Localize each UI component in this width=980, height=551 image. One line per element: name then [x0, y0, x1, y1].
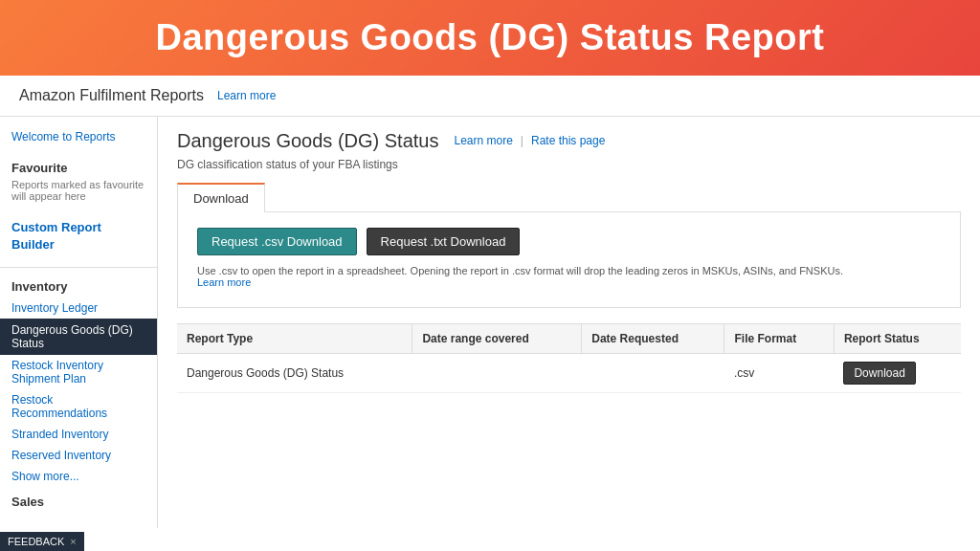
sidebar-inventory-label: Inventory	[0, 272, 157, 298]
header-banner: Dangerous Goods (DG) Status Report	[0, 0, 980, 76]
sidebar-divider	[0, 267, 157, 268]
download-note: Use .csv to open the report in a spreads…	[197, 265, 941, 288]
content-links: Learn more | Rate this page	[454, 130, 605, 147]
sidebar-item-dangerous-goods[interactable]: Dangerous Goods (DG) Status	[0, 319, 157, 355]
download-report-button[interactable]: Download	[843, 362, 915, 385]
content-rate-page-link[interactable]: Rate this page	[531, 134, 605, 147]
main-layout: Welcome to Reports Favourite Reports mar…	[0, 117, 980, 528]
cell-report-status: Download	[834, 354, 961, 393]
content-learn-more-link[interactable]: Learn more	[454, 134, 512, 147]
download-learn-more-link[interactable]: Learn more	[197, 276, 251, 288]
subheader-page-title: Amazon Fulfilment Reports	[19, 87, 204, 104]
col-report-status: Report Status	[834, 324, 961, 354]
cell-file-format: .csv	[724, 354, 834, 393]
tab-download[interactable]: Download	[177, 183, 265, 212]
subheader-learn-more-link[interactable]: Learn more	[217, 89, 276, 102]
sidebar-favourite-note: Reports marked as favourite will appear …	[0, 179, 157, 211]
table-header-row: Report Type Date range covered Date Requ…	[177, 324, 961, 354]
sidebar-item-inventory-ledger[interactable]: Inventory Ledger	[0, 298, 157, 319]
report-table: Report Type Date range covered Date Requ…	[177, 323, 961, 393]
sidebar-item-restock-shipment[interactable]: Restock Inventory Shipment Plan	[0, 355, 157, 389]
sub-header: Amazon Fulfilment Reports Learn more	[0, 76, 980, 117]
download-buttons: Request .csv Download Request .txt Downl…	[197, 228, 941, 255]
sidebar-sales-label: Sales	[0, 487, 157, 513]
banner-title: Dangerous Goods (DG) Status Report	[19, 17, 961, 58]
sidebar-custom-report-builder[interactable]: Custom Report Builder	[0, 211, 157, 263]
content-links-divider: |	[521, 134, 523, 147]
sidebar-favourite-label: Favourite	[0, 153, 157, 179]
tab-bar: Download	[177, 183, 961, 212]
cell-date-range	[412, 354, 582, 393]
sidebar: Welcome to Reports Favourite Reports mar…	[0, 117, 158, 528]
col-file-format: File Format	[724, 324, 834, 354]
sidebar-item-stranded-inventory[interactable]: Stranded Inventory	[0, 424, 157, 445]
cell-date-requested	[582, 354, 724, 393]
content-title: Dangerous Goods (DG) Status	[177, 130, 438, 152]
content-area: Dangerous Goods (DG) Status Learn more |…	[158, 117, 980, 528]
table-row: Dangerous Goods (DG) Status .csv Downloa…	[177, 354, 961, 393]
sidebar-welcome-link[interactable]: Welcome to Reports	[0, 130, 157, 153]
content-header: Dangerous Goods (DG) Status Learn more |…	[177, 130, 961, 152]
col-date-requested: Date Requested	[582, 324, 724, 354]
col-date-range: Date range covered	[412, 324, 582, 354]
col-report-type: Report Type	[177, 324, 412, 354]
sidebar-item-reserved-inventory[interactable]: Reserved Inventory	[0, 445, 157, 466]
sidebar-item-restock-recommendations[interactable]: Restock Recommendations	[0, 389, 157, 424]
content-description: DG classification status of your FBA lis…	[177, 158, 961, 171]
request-txt-button[interactable]: Request .txt Download	[367, 228, 521, 255]
sidebar-show-more[interactable]: Show more...	[0, 466, 157, 487]
request-csv-button[interactable]: Request .csv Download	[197, 228, 357, 255]
download-section: Request .csv Download Request .txt Downl…	[177, 212, 961, 308]
download-note-text: Use .csv to open the report in a spreads…	[197, 265, 843, 276]
cell-report-type: Dangerous Goods (DG) Status	[177, 354, 412, 393]
